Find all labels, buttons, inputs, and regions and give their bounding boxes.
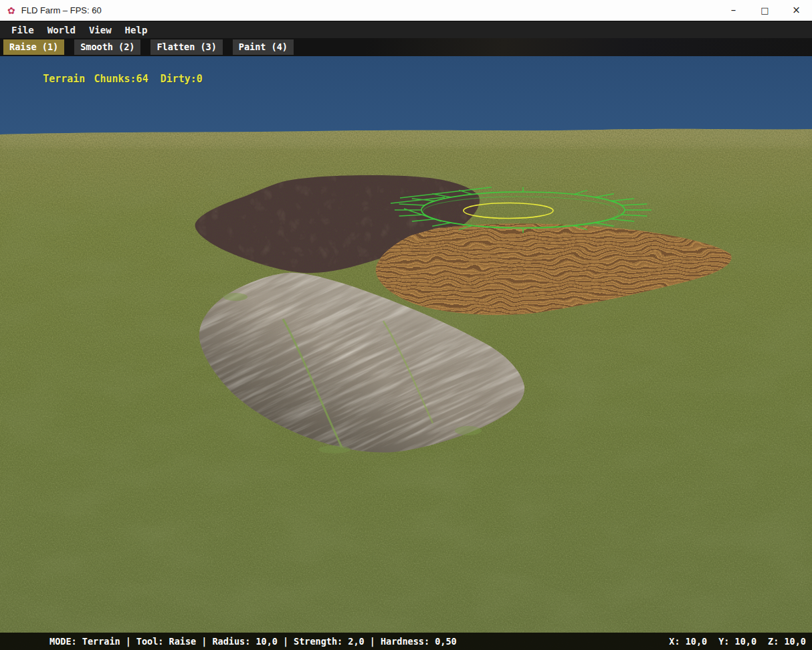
hud-chunks: Chunks:64: [94, 73, 148, 85]
minimize-button[interactable]: –: [718, 0, 749, 21]
hud-mode: Terrain: [43, 73, 85, 85]
tool-flatten-button[interactable]: Flatten (3): [150, 39, 222, 55]
terrain-hud: TerrainChunks:64Dirty:0: [7, 61, 203, 97]
moss-patch: [455, 426, 482, 435]
viewport-3d[interactable]: TerrainChunks:64Dirty:0 MODE: Terrain|To…: [0, 56, 812, 650]
menu-view[interactable]: View: [89, 25, 112, 35]
tool-paint-button[interactable]: Paint (4): [233, 39, 294, 55]
terrain-scene: [0, 56, 812, 650]
window-controls: – □ ×: [718, 0, 812, 21]
status-mode: MODE: Terrain: [49, 636, 120, 647]
maximize-button[interactable]: □: [749, 0, 781, 21]
status-separator: |: [126, 636, 131, 647]
status-radius: Radius: 10,0: [212, 636, 278, 647]
status-coordinates: X: 10,0Y: 10,0Z: 10,0: [625, 625, 806, 650]
status-strength: Strength: 2,0: [294, 636, 365, 647]
status-bar: MODE: Terrain|Tool: Raise|Radius: 10,0|S…: [0, 633, 812, 650]
status-left: MODE: Terrain|Tool: Raise|Radius: 10,0|S…: [6, 625, 457, 650]
menu-file[interactable]: File: [11, 25, 34, 35]
status-x: X: 10,0: [669, 636, 707, 647]
tool-bar: Raise (1) Smooth (2) Flatten (3) Paint (…: [0, 38, 812, 56]
hud-dirty: Dirty:0: [161, 73, 203, 85]
close-button[interactable]: ×: [781, 0, 812, 21]
moss-patch: [223, 293, 247, 301]
tool-raise-button[interactable]: Raise (1): [3, 39, 64, 55]
status-y: Y: 10,0: [718, 636, 756, 647]
menu-help[interactable]: Help: [125, 25, 148, 35]
tool-smooth-button[interactable]: Smooth (2): [74, 39, 140, 55]
status-tool: Tool: Raise: [136, 636, 196, 647]
status-separator: |: [370, 636, 375, 647]
moss-patch: [318, 445, 350, 453]
window-title: FLD Farm – FPS: 60: [21, 5, 102, 15]
status-z: Z: 10,0: [768, 636, 806, 647]
app-icon: ✿: [7, 6, 15, 15]
app-window: ✿ FLD Farm – FPS: 60 – □ × File World Vi…: [0, 0, 812, 650]
status-hardness: Hardness: 0,50: [381, 636, 457, 647]
menu-world[interactable]: World: [47, 25, 76, 35]
window-titlebar[interactable]: ✿ FLD Farm – FPS: 60 – □ ×: [0, 0, 812, 21]
status-separator: |: [283, 636, 288, 647]
menu-bar: File World View Help: [0, 21, 812, 38]
status-separator: |: [201, 636, 207, 647]
